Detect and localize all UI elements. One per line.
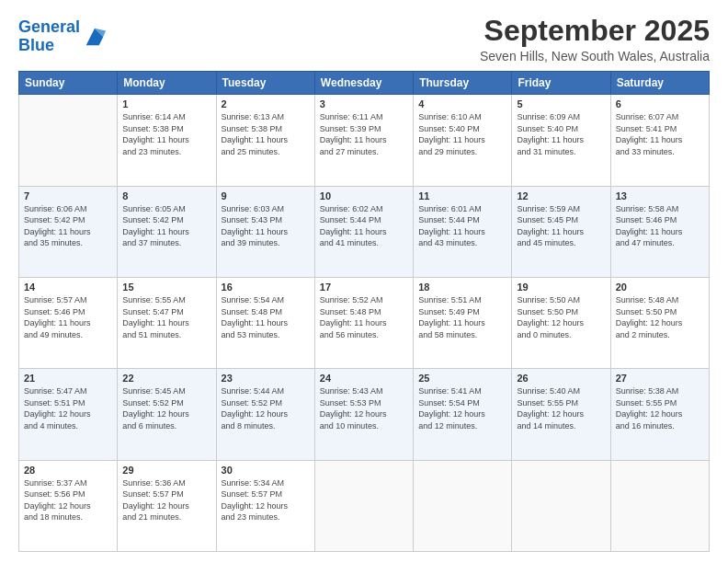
calendar-cell: 19Sunrise: 5:50 AM Sunset: 5:50 PM Dayli…: [512, 277, 610, 368]
day-info: Sunrise: 6:01 AM Sunset: 5:44 PM Dayligh…: [418, 203, 506, 249]
calendar-cell: 7Sunrise: 6:06 AM Sunset: 5:42 PM Daylig…: [19, 186, 118, 277]
calendar-cell: 22Sunrise: 5:45 AM Sunset: 5:52 PM Dayli…: [118, 369, 216, 460]
calendar-cell: 14Sunrise: 5:57 AM Sunset: 5:46 PM Dayli…: [19, 277, 118, 368]
calendar-cell: 26Sunrise: 5:40 AM Sunset: 5:55 PM Dayli…: [512, 369, 610, 460]
day-info: Sunrise: 5:41 AM Sunset: 5:54 PM Dayligh…: [418, 385, 506, 431]
day-number: 29: [122, 465, 210, 476]
calendar-cell: 10Sunrise: 6:02 AM Sunset: 5:44 PM Dayli…: [314, 186, 413, 277]
title-section: September 2025 Seven Hills, New South Wa…: [480, 15, 710, 63]
day-info: Sunrise: 6:10 AM Sunset: 5:40 PM Dayligh…: [418, 111, 506, 157]
calendar-cell: 3Sunrise: 6:11 AM Sunset: 5:39 PM Daylig…: [314, 95, 413, 186]
calendar-cell: 17Sunrise: 5:52 AM Sunset: 5:48 PM Dayli…: [314, 277, 413, 368]
day-info: Sunrise: 6:02 AM Sunset: 5:44 PM Dayligh…: [320, 203, 408, 249]
day-number: 11: [418, 190, 506, 201]
day-number: 13: [616, 190, 704, 201]
day-number: 16: [222, 282, 310, 293]
calendar-cell: 23Sunrise: 5:44 AM Sunset: 5:52 PM Dayli…: [216, 369, 314, 460]
day-number: 10: [320, 190, 408, 201]
calendar-cell: 20Sunrise: 5:48 AM Sunset: 5:50 PM Dayli…: [610, 277, 709, 368]
calendar-cell: 9Sunrise: 6:03 AM Sunset: 5:43 PM Daylig…: [216, 186, 314, 277]
day-number: 23: [222, 373, 310, 384]
day-number: 20: [616, 282, 704, 293]
day-info: Sunrise: 5:44 AM Sunset: 5:52 PM Dayligh…: [222, 385, 310, 431]
day-info: Sunrise: 5:34 AM Sunset: 5:57 PM Dayligh…: [222, 477, 310, 523]
day-number: 1: [122, 98, 210, 109]
day-info: Sunrise: 5:57 AM Sunset: 5:46 PM Dayligh…: [24, 294, 112, 340]
day-header-friday: Friday: [512, 72, 610, 95]
day-number: 7: [24, 190, 112, 201]
day-number: 28: [24, 465, 112, 476]
calendar-cell: 18Sunrise: 5:51 AM Sunset: 5:49 PM Dayli…: [414, 277, 512, 368]
logo-general: General: [18, 17, 80, 36]
day-info: Sunrise: 5:45 AM Sunset: 5:52 PM Dayligh…: [122, 385, 210, 431]
day-info: Sunrise: 5:55 AM Sunset: 5:47 PM Dayligh…: [122, 294, 210, 340]
day-number: 22: [122, 373, 210, 384]
day-info: Sunrise: 6:09 AM Sunset: 5:40 PM Dayligh…: [517, 111, 605, 157]
day-number: 19: [517, 282, 605, 293]
day-number: 17: [320, 282, 408, 293]
day-info: Sunrise: 5:50 AM Sunset: 5:50 PM Dayligh…: [517, 294, 605, 340]
day-info: Sunrise: 6:03 AM Sunset: 5:43 PM Dayligh…: [222, 203, 310, 249]
day-header-wednesday: Wednesday: [314, 72, 413, 95]
day-info: Sunrise: 6:11 AM Sunset: 5:39 PM Dayligh…: [320, 111, 408, 157]
day-number: 27: [616, 373, 704, 384]
day-number: 12: [517, 190, 605, 201]
day-number: 24: [320, 373, 408, 384]
day-number: 6: [616, 98, 704, 109]
calendar-cell: 21Sunrise: 5:47 AM Sunset: 5:51 PM Dayli…: [19, 369, 118, 460]
day-number: 26: [517, 373, 605, 384]
calendar-header-row: SundayMondayTuesdayWednesdayThursdayFrid…: [19, 72, 710, 95]
calendar-cell: 2Sunrise: 6:13 AM Sunset: 5:38 PM Daylig…: [216, 95, 314, 186]
day-info: Sunrise: 5:40 AM Sunset: 5:55 PM Dayligh…: [517, 385, 605, 431]
day-info: Sunrise: 5:36 AM Sunset: 5:57 PM Dayligh…: [122, 477, 210, 523]
day-header-thursday: Thursday: [414, 72, 512, 95]
logo: General Blue: [18, 18, 108, 55]
header: General Blue September 2025 Seven Hills,…: [18, 15, 710, 63]
day-number: 18: [418, 282, 506, 293]
day-info: Sunrise: 6:06 AM Sunset: 5:42 PM Dayligh…: [24, 203, 112, 249]
calendar-cell: 6Sunrise: 6:07 AM Sunset: 5:41 PM Daylig…: [610, 95, 709, 186]
calendar-title: September 2025: [480, 15, 710, 47]
calendar-week-row: 28Sunrise: 5:37 AM Sunset: 5:56 PM Dayli…: [19, 460, 710, 551]
calendar-cell: 29Sunrise: 5:36 AM Sunset: 5:57 PM Dayli…: [118, 460, 216, 551]
calendar-cell: 13Sunrise: 5:58 AM Sunset: 5:46 PM Dayli…: [610, 186, 709, 277]
calendar-cell: 8Sunrise: 6:05 AM Sunset: 5:42 PM Daylig…: [118, 186, 216, 277]
logo-icon: [82, 24, 108, 50]
calendar-cell: 5Sunrise: 6:09 AM Sunset: 5:40 PM Daylig…: [512, 95, 610, 186]
calendar-cell: [314, 460, 413, 551]
day-number: 4: [418, 98, 506, 109]
day-number: 15: [122, 282, 210, 293]
calendar-cell: 30Sunrise: 5:34 AM Sunset: 5:57 PM Dayli…: [216, 460, 314, 551]
calendar-cell: [414, 460, 512, 551]
calendar-week-row: 14Sunrise: 5:57 AM Sunset: 5:46 PM Dayli…: [19, 277, 710, 368]
calendar-week-row: 7Sunrise: 6:06 AM Sunset: 5:42 PM Daylig…: [19, 186, 710, 277]
day-info: Sunrise: 6:07 AM Sunset: 5:41 PM Dayligh…: [616, 111, 704, 157]
day-info: Sunrise: 6:13 AM Sunset: 5:38 PM Dayligh…: [222, 111, 310, 157]
calendar-cell: 1Sunrise: 6:14 AM Sunset: 5:38 PM Daylig…: [118, 95, 216, 186]
day-info: Sunrise: 5:54 AM Sunset: 5:48 PM Dayligh…: [222, 294, 310, 340]
day-info: Sunrise: 5:37 AM Sunset: 5:56 PM Dayligh…: [24, 477, 112, 523]
day-info: Sunrise: 6:14 AM Sunset: 5:38 PM Dayligh…: [122, 111, 210, 157]
calendar-cell: 25Sunrise: 5:41 AM Sunset: 5:54 PM Dayli…: [414, 369, 512, 460]
day-number: 30: [222, 465, 310, 476]
day-number: 21: [24, 373, 112, 384]
day-number: 14: [24, 282, 112, 293]
day-info: Sunrise: 5:58 AM Sunset: 5:46 PM Dayligh…: [616, 203, 704, 249]
calendar-week-row: 1Sunrise: 6:14 AM Sunset: 5:38 PM Daylig…: [19, 95, 710, 186]
calendar-cell: 24Sunrise: 5:43 AM Sunset: 5:53 PM Dayli…: [314, 369, 413, 460]
calendar-cell: [610, 460, 709, 551]
day-info: Sunrise: 5:48 AM Sunset: 5:50 PM Dayligh…: [616, 294, 704, 340]
day-number: 25: [418, 373, 506, 384]
day-number: 5: [517, 98, 605, 109]
logo-blue: Blue: [18, 36, 54, 54]
calendar-table: SundayMondayTuesdayWednesdayThursdayFrid…: [18, 71, 710, 552]
day-header-monday: Monday: [118, 72, 216, 95]
day-header-tuesday: Tuesday: [216, 72, 314, 95]
calendar-cell: [512, 460, 610, 551]
day-header-saturday: Saturday: [610, 72, 709, 95]
logo-text: General Blue: [18, 18, 80, 55]
day-info: Sunrise: 5:38 AM Sunset: 5:55 PM Dayligh…: [616, 385, 704, 431]
calendar-cell: 16Sunrise: 5:54 AM Sunset: 5:48 PM Dayli…: [216, 277, 314, 368]
day-header-sunday: Sunday: [19, 72, 118, 95]
calendar-cell: 4Sunrise: 6:10 AM Sunset: 5:40 PM Daylig…: [414, 95, 512, 186]
